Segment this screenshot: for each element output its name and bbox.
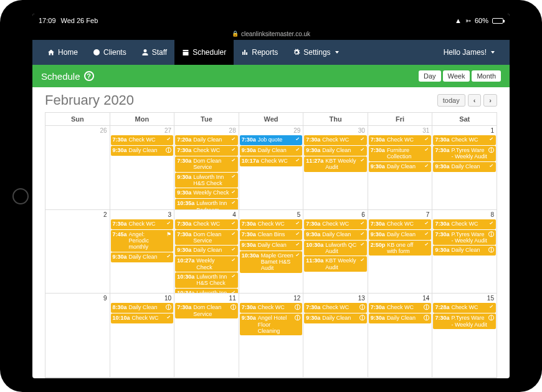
event[interactable]: 7:30aCheck WC <box>369 135 432 145</box>
event[interactable]: 7:30aDom Clean Service <box>175 156 238 172</box>
event[interactable]: 7:30aCheck WC <box>433 219 496 229</box>
event[interactable]: 7:30aP.Tyres Ware - Weekly Auditⓘ <box>433 230 496 246</box>
event[interactable]: 10:34aLulworth Inn Bedroom Check <box>175 289 238 294</box>
event[interactable]: 9:30aLulworth Inn H&S Check <box>175 173 238 188</box>
event[interactable]: 9:30aDaily Clean <box>175 246 238 256</box>
event[interactable]: 7:30aCheck WC <box>433 135 496 145</box>
nav-staff[interactable]: Staff <box>134 40 174 65</box>
event-status-icon: ⓘ <box>488 147 494 153</box>
event[interactable]: 7:30aCheck WC <box>175 146 238 156</box>
help-icon[interactable]: ? <box>84 71 94 81</box>
event[interactable]: 2:50pKB one off with form <box>369 241 432 256</box>
event[interactable]: 7:30aCheck WC <box>304 135 367 145</box>
event[interactable]: 10:30aLulworth Inn H&S Check <box>175 272 238 288</box>
day-cell[interactable]: 26 <box>45 126 110 210</box>
nav-greeting[interactable]: Hello James! <box>436 40 502 65</box>
event[interactable]: 9:30aDaily Clean <box>304 230 367 240</box>
next-button[interactable]: › <box>483 94 497 107</box>
event[interactable]: 10:30aMaple Green Barnet H&S Audit <box>240 251 303 273</box>
event[interactable]: 9:30aWeekly Check <box>175 188 238 198</box>
event[interactable]: 9:30aDaily Cleanⓘ <box>111 146 174 156</box>
event[interactable]: 7:30aCheck WCⓘ <box>304 303 367 313</box>
day-cell[interactable]: 277:30aCheck WC9:30aDaily Cleanⓘ <box>110 126 175 210</box>
event[interactable]: 7:30aDom Clean Service <box>175 230 238 246</box>
event[interactable]: 7:20aDaily Clean <box>175 135 238 145</box>
event[interactable]: 11:27aKBT Weekly Audit <box>304 156 367 172</box>
day-cell[interactable]: 127:30aCheck WCⓘ9:30aAngel Hotel Floor C… <box>239 294 304 378</box>
event[interactable]: 7:30aCheck WC <box>304 219 367 229</box>
event[interactable]: 7:30aP.Tyres Ware - Weekly Auditⓘ <box>433 313 496 329</box>
event[interactable]: 7:30aFurniture Collection <box>369 146 432 161</box>
event[interactable]: 7:30aCheck WCⓘ <box>369 303 432 313</box>
day-cell[interactable]: 317:30aCheck WC7:30aFurniture Collection… <box>368 126 433 210</box>
event[interactable]: 7:30aClean Bins <box>240 230 303 240</box>
event[interactable]: 9:30aDaily Clean <box>369 230 432 240</box>
view-day[interactable]: Day <box>419 70 441 82</box>
day-cell[interactable]: 157:28aCheck WC7:30aP.Tyres Ware - Weekl… <box>432 294 497 378</box>
screen: 17:09 Wed 26 Feb ▲ ➳ 60% 🔒 cleanlinksite… <box>32 14 510 378</box>
event[interactable]: 8:30aDaily Cleanⓘ <box>111 303 174 313</box>
day-cell[interactable]: 287:20aDaily Clean7:30aCheck WC7:30aDom … <box>174 126 239 210</box>
event[interactable]: 10:17aCheck WC <box>240 156 303 166</box>
event[interactable]: 9:30aDaily Clean <box>369 162 432 172</box>
day-cell[interactable]: 137:30aCheck WCⓘ9:30aDaily Cleanⓘ <box>303 294 368 378</box>
day-cell[interactable]: 108:30aDaily Cleanⓘ10:10aCheck WC <box>110 294 175 378</box>
day-cell[interactable]: 147:30aCheck WCⓘ9:30aDaily Cleanⓘ <box>368 294 433 378</box>
event[interactable]: 9:30aDaily Clean <box>240 241 303 251</box>
event[interactable]: 7:45aAngel: Periodic monthly⚑ <box>111 230 174 252</box>
event[interactable]: 10:30aLulworth QC Audit <box>304 241 367 256</box>
event-title: Daily Clean <box>387 315 423 321</box>
day-cell[interactable]: 297:30aJob quote9:30aDaily Clean10:17aCh… <box>239 126 304 210</box>
event[interactable]: 11:30aKBT Weekly Audit <box>304 256 367 272</box>
today-button[interactable]: today <box>437 94 465 107</box>
day-cell[interactable]: 47:30aCheck WC7:30aDom Clean Service9:30… <box>174 210 239 294</box>
day-cell[interactable]: 17:30aCheck WC7:30aP.Tyres Ware - Weekly… <box>432 126 497 210</box>
event[interactable]: 7:30aCheck WC <box>175 219 238 229</box>
nav-clients[interactable]: Clients <box>85 40 134 65</box>
day-cell[interactable]: 87:30aCheck WC7:30aP.Tyres Ware - Weekly… <box>432 210 497 294</box>
event[interactable]: 9:30aDaily Cleanⓘ <box>304 313 367 323</box>
prev-button[interactable]: ‹ <box>468 94 482 107</box>
event[interactable]: 7:30aCheck WCⓘ <box>240 303 303 313</box>
event[interactable]: 7:30aJob quote <box>240 135 303 145</box>
event[interactable]: 7:30aCheck WC <box>369 219 432 229</box>
event-title: P.Tyres Ware - Weekly Audit <box>451 315 487 328</box>
event-title: Job quote <box>258 136 294 143</box>
day-cell[interactable]: 77:30aCheck WC9:30aDaily Clean2:50pKB on… <box>368 210 433 294</box>
day-cell[interactable]: 37:30aCheck WC7:45aAngel: Periodic month… <box>110 210 175 294</box>
event[interactable]: 7:30aDom Clean Serviceⓘ <box>175 303 238 318</box>
nav-reports[interactable]: Reports <box>234 40 285 65</box>
day-cell[interactable]: 307:30aCheck WC9:30aDaily Clean11:27aKBT… <box>303 126 368 210</box>
day-cell[interactable]: 67:30aCheck WC9:30aDaily Clean10:30aLulw… <box>303 210 368 294</box>
day-cell[interactable]: 117:30aDom Clean Serviceⓘ <box>174 294 239 378</box>
event[interactable]: 9:30aDaily Clean <box>240 146 303 156</box>
event-title: Angel Hotel Floor Cleaning <box>258 315 294 334</box>
nav-scheduler[interactable]: Scheduler <box>174 40 234 65</box>
event[interactable]: 9:30aDaily Cleanⓘ <box>433 246 496 256</box>
url-bar[interactable]: 🔒 cleanlinksitemaster.co.uk <box>32 27 510 40</box>
day-cell[interactable]: 2 <box>45 210 110 294</box>
event-status-icon <box>295 252 300 259</box>
event[interactable]: 9:30aDaily Clean <box>304 146 367 156</box>
event[interactable]: 9:30aDaily Clean <box>433 162 496 172</box>
event[interactable]: 10:27aWeekly Check <box>175 256 238 272</box>
event[interactable]: 7:30aCheck WC <box>240 219 303 229</box>
nav-home[interactable]: Home <box>40 40 85 65</box>
event[interactable]: 9:30aDaily Clean <box>111 252 174 262</box>
event[interactable]: 9:30aAngel Hotel Floor Cleaningⓘ <box>240 313 303 335</box>
event[interactable]: 9:30aDaily Cleanⓘ <box>369 313 432 323</box>
home-button[interactable] <box>12 188 29 204</box>
event[interactable]: 10:35aLulworth Inn Bedroom Check <box>175 199 238 209</box>
view-week[interactable]: Week <box>443 70 470 82</box>
event[interactable]: 7:28aCheck WC <box>433 303 496 313</box>
event[interactable]: 10:10aCheck WC <box>111 313 174 323</box>
gear-icon <box>293 49 300 56</box>
event-title: KB one off with form <box>387 242 422 255</box>
event[interactable]: 7:30aCheck WC <box>111 219 174 229</box>
event[interactable]: 7:30aP.Tyres Ware - Weekly Auditⓘ <box>433 146 496 161</box>
day-cell[interactable]: 57:30aCheck WC7:30aClean Bins9:30aDaily … <box>239 210 304 294</box>
event[interactable]: 7:30aCheck WC <box>111 135 174 145</box>
nav-settings[interactable]: Settings <box>285 40 346 65</box>
view-month[interactable]: Month <box>472 70 501 82</box>
day-cell[interactable]: 9 <box>45 294 110 378</box>
